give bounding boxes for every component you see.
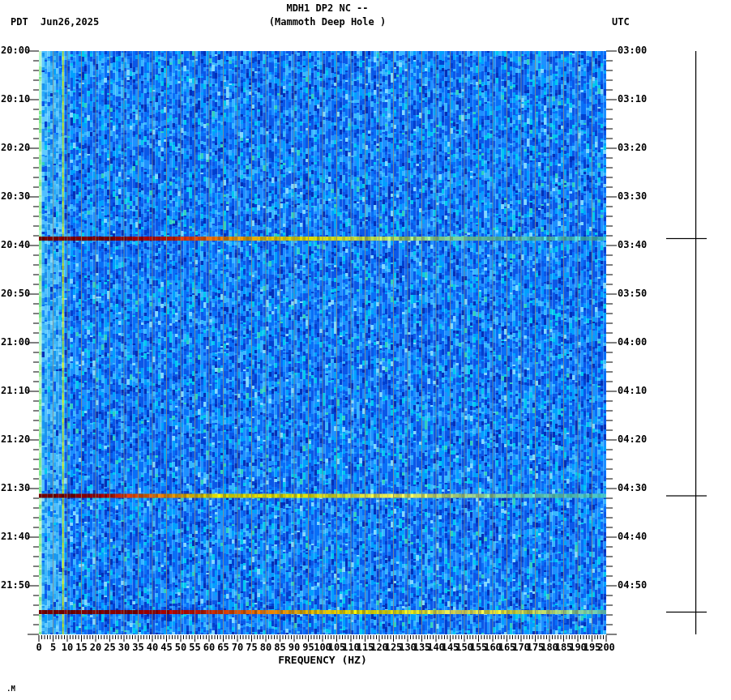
right-time-label: 04:30 (618, 483, 647, 493)
right-time-label: 03:20 (618, 143, 647, 153)
frequency-tick-label: 85 (274, 642, 285, 653)
frequency-tick-label: 65 (217, 642, 229, 653)
frequency-tick-label: 45 (160, 642, 172, 653)
timezone-right-label: UTC (612, 16, 630, 28)
frequency-tick-label: 50 (175, 642, 186, 653)
frequency-axis-title: FREQUENCY (HZ) (39, 654, 606, 666)
left-time-label: 20:20 (1, 143, 30, 153)
left-time-label: 20:10 (1, 94, 30, 105)
left-time-label: 21:40 (1, 531, 30, 542)
right-time-label: 04:20 (618, 434, 647, 445)
right-time-label: 03:00 (618, 45, 647, 56)
left-time-label: 20:30 (1, 191, 30, 202)
frequency-tick-label: 75 (246, 642, 257, 653)
frequency-tick-label: 30 (118, 642, 130, 653)
timezone-left-label: PDT (11, 16, 28, 28)
frequency-tick-label: 20 (90, 642, 101, 653)
frequency-tick-label: 15 (75, 642, 87, 653)
right-time-label: 03:10 (618, 94, 647, 105)
left-time-label: 21:20 (1, 434, 30, 445)
frequency-tick-label: 35 (132, 642, 143, 653)
frequency-tick-label: 5 (50, 642, 56, 653)
frequency-tick-label: 55 (189, 642, 200, 653)
left-time-label: 21:30 (1, 483, 30, 493)
frequency-tick-label: 200 (597, 642, 615, 653)
frequency-tick-label: 80 (260, 642, 271, 653)
right-time-label: 04:40 (618, 531, 647, 542)
frequency-tick-label: 60 (203, 642, 215, 653)
left-time-label: 20:50 (1, 288, 30, 299)
right-time-label: 04:10 (618, 386, 647, 396)
right-time-label: 03:50 (618, 288, 647, 299)
spectrogram-page: MDH1 DP2 NC -- PDT Jun26,2025 (Mammoth D… (0, 0, 731, 700)
left-time-label: 20:40 (1, 240, 30, 250)
frequency-tick-label: 25 (104, 642, 115, 653)
left-time-label: 21:00 (1, 337, 30, 348)
frequency-tick-label: 10 (62, 642, 73, 653)
frequency-tick-label: 40 (147, 642, 158, 653)
frequency-tick-label: 0 (36, 642, 41, 653)
watermark: .M (6, 685, 15, 693)
frequency-tick-label: 95 (302, 642, 314, 653)
page-title: MDH1 DP2 NC -- (39, 2, 616, 14)
frequency-tick-label: 70 (232, 642, 243, 653)
page-subtitle: (Mammoth Deep Hole ) (39, 16, 616, 28)
right-time-label: 04:50 (618, 580, 647, 591)
left-time-label: 21:10 (1, 386, 30, 396)
right-time-label: 04:00 (618, 337, 647, 348)
left-time-label: 20:00 (1, 45, 30, 56)
left-time-label: 21:50 (1, 580, 30, 591)
right-time-label: 03:30 (618, 191, 647, 202)
spectrogram-canvas (0, 0, 731, 700)
right-time-label: 03:40 (618, 240, 647, 250)
frequency-tick-label: 90 (289, 642, 300, 653)
